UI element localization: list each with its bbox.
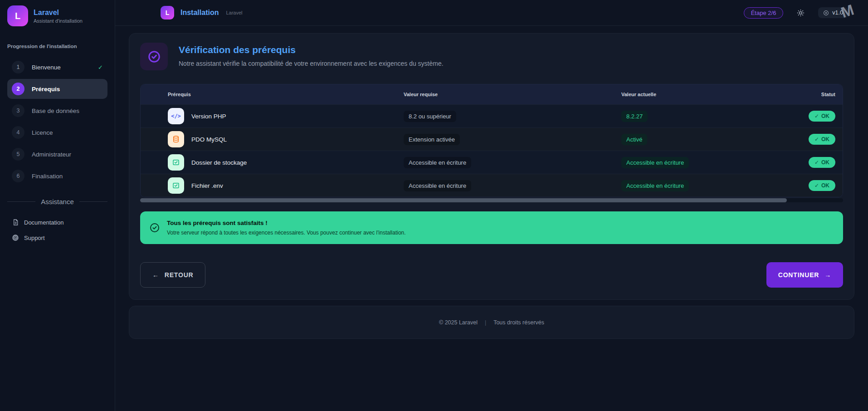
requirement-name: PDO MySQL <box>191 136 227 143</box>
top-bar: L Installation Laravel Étape 2/6 <box>115 0 868 26</box>
arrow-left-icon: ← <box>152 271 159 279</box>
step-number: 5 <box>12 148 24 161</box>
step-label: Licence <box>32 129 103 136</box>
banner-title: Tous les prérequis sont satisfaits ! <box>167 220 406 226</box>
requirement-name: Fichier .env <box>191 182 223 189</box>
status-badge: ✓OK <box>809 111 835 122</box>
theme-toggle-button[interactable] <box>795 7 806 19</box>
check-icon: ✓ <box>814 159 819 166</box>
copyright-text: © 2025 Laravel <box>439 319 478 326</box>
check-icon: ✓ <box>814 182 819 189</box>
table-row-fichier-env: Fichier .env Accessible en écriture Acce… <box>141 174 843 197</box>
step-number: 4 <box>12 126 24 139</box>
section-header: Vérification des prérequis Notre assista… <box>140 43 843 70</box>
footer: © 2025 Laravel | Tous droits réservés <box>129 306 854 339</box>
sun-icon <box>797 9 805 17</box>
status-badge: ✓OK <box>809 134 835 145</box>
column-header-prerequis: Prérequis <box>168 92 404 97</box>
step-label: Base de données <box>32 108 103 114</box>
sidebar-step-licence[interactable]: 4 Licence <box>7 122 107 142</box>
current-value: 8.2.27 <box>621 111 648 122</box>
table-row-version-php: </> Version PHP 8.2 ou supérieur 8.2.27 … <box>141 104 843 127</box>
step-progress-badge: Étape 2/6 <box>744 7 784 19</box>
rights-text: Tous droits réservés <box>493 319 544 326</box>
step-nav: 1 Bienvenue ✓ 2 Prérequis 3 Base de donn… <box>7 57 107 186</box>
circle-check-icon <box>140 43 168 70</box>
sidebar-step-administrateur[interactable]: 5 Administrateur <box>7 144 107 164</box>
check-icon: ✓ <box>98 64 103 71</box>
footer-separator: | <box>485 319 486 326</box>
current-value: Accessible en écriture <box>621 157 689 168</box>
arrow-right-icon: → <box>824 271 831 279</box>
circle-check-icon <box>149 222 160 233</box>
step-number: 6 <box>12 170 24 182</box>
horizontal-scrollbar <box>140 198 843 202</box>
requirement-name: Dossier de stockage <box>191 159 247 166</box>
column-header-statut: Statut <box>785 92 835 97</box>
step-label: Finalisation <box>32 173 103 180</box>
step-number: 3 <box>12 104 24 117</box>
main-column: L Installation Laravel Étape 2/6 <box>115 0 868 411</box>
laravel-logo: L <box>7 5 28 26</box>
sidebar-step-finalisation[interactable]: 6 Finalisation <box>7 166 107 186</box>
status-badge: ✓OK <box>809 157 835 168</box>
sidebar-step-prerequis[interactable]: 2 Prérequis <box>7 79 107 99</box>
database-icon <box>168 131 184 147</box>
table-row-pdo-mysql: PDO MySQL Extension activée Activé ✓OK <box>141 127 843 151</box>
code-icon: </> <box>168 108 184 124</box>
required-value: Extension activée <box>404 134 460 145</box>
step-number: 1 <box>12 61 24 73</box>
requirement-name: Version PHP <box>191 113 226 120</box>
support-link[interactable]: Support <box>7 230 107 245</box>
success-banner: Tous les prérequis sont satisfaits ! Vot… <box>140 211 843 244</box>
progress-section-label: Progression de l'installation <box>7 44 107 49</box>
section-description: Notre assistant vérifie la compatibilité… <box>179 60 444 67</box>
support-label: Support <box>24 235 45 241</box>
status-badge: ✓OK <box>809 180 835 191</box>
sidebar-step-bienvenue[interactable]: 1 Bienvenue ✓ <box>7 57 107 77</box>
table-row-dossier-stockage: Dossier de stockage Accessible en écritu… <box>141 151 843 174</box>
check-icon: ✓ <box>814 113 819 119</box>
file-check-icon <box>168 177 184 194</box>
page-subtitle: Laravel <box>226 10 242 15</box>
check-icon: ✓ <box>814 136 819 142</box>
table-header-row: Prérequis Valeur requise Valeur actuelle… <box>141 84 843 104</box>
page-title: Installation <box>180 9 219 17</box>
sidebar: L Laravel Assistant d'installation Progr… <box>0 0 115 411</box>
sidebar-brand: L Laravel Assistant d'installation <box>7 5 107 26</box>
laravel-logo-small: L <box>161 6 174 20</box>
step-label: Prérequis <box>32 86 103 93</box>
assistance-divider: Assistance <box>7 198 107 206</box>
action-buttons: ← RETOUR CONTINUER → <box>140 262 843 288</box>
prerequisites-card: Vérification des prérequis Notre assista… <box>129 33 854 300</box>
required-value: 8.2 ou supérieur <box>404 111 456 122</box>
continue-button[interactable]: CONTINUER → <box>766 262 843 288</box>
required-value: Accessible en écriture <box>404 157 471 168</box>
brand-subtitle: Assistant d'installation <box>34 18 83 24</box>
section-title: Vérification des prérequis <box>179 44 444 55</box>
step-label: Administrateur <box>32 151 103 158</box>
step-number: 2 <box>12 83 24 95</box>
step-label: Bienvenue <box>32 64 91 71</box>
scrollbar-thumb[interactable] <box>140 198 787 202</box>
back-button[interactable]: ← RETOUR <box>140 262 205 288</box>
assistance-label: Assistance <box>41 198 74 206</box>
folder-check-icon <box>168 154 184 171</box>
document-icon <box>12 219 19 226</box>
banner-description: Votre serveur répond à toutes les exigen… <box>167 230 406 236</box>
column-header-valeur-requise: Valeur requise <box>404 92 621 97</box>
documentation-link[interactable]: Documentation <box>7 215 107 230</box>
support-icon <box>12 234 19 241</box>
content-area: Vérification des prérequis Notre assista… <box>115 26 868 411</box>
version-circle-icon <box>823 10 829 16</box>
requirements-table: Prérequis Valeur requise Valeur actuelle… <box>140 84 843 197</box>
required-value: Accessible en écriture <box>404 180 471 191</box>
current-value: Accessible en écriture <box>621 180 689 191</box>
current-value: Activé <box>621 134 647 145</box>
column-header-valeur-actuelle: Valeur actuelle <box>621 92 785 97</box>
topbar-brand: L Installation Laravel <box>161 6 243 20</box>
documentation-label: Documentation <box>24 219 63 226</box>
brand-name: Laravel <box>34 9 83 17</box>
sidebar-step-base-de-donnees[interactable]: 3 Base de données <box>7 101 107 121</box>
